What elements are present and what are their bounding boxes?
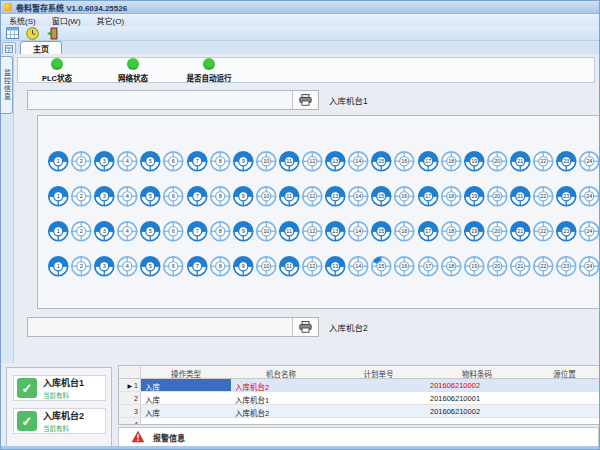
coil-slot[interactable]: 22	[532, 220, 555, 243]
coil-slot[interactable]: 5	[139, 220, 162, 243]
table-row[interactable]: 4	[119, 418, 600, 425]
coil-slot[interactable]: 15	[370, 150, 393, 173]
clock-icon[interactable]	[24, 27, 40, 40]
coil-slot[interactable]: 15	[370, 220, 393, 243]
coil-slot[interactable]: 9	[232, 220, 255, 243]
coil-slot[interactable]: 11	[278, 255, 301, 278]
tab-home[interactable]: 主页	[20, 41, 62, 54]
calendar-icon[interactable]	[4, 27, 20, 40]
coil-slot[interactable]: 11	[278, 220, 301, 243]
coil-slot[interactable]: 6	[162, 185, 185, 208]
coil-slot[interactable]: 5	[139, 150, 162, 173]
coil-slot[interactable]: 21	[509, 185, 532, 208]
coil-slot[interactable]: 12	[301, 220, 324, 243]
coil-slot[interactable]: 22	[532, 185, 555, 208]
coil-slot[interactable]: 18	[440, 255, 463, 278]
coil-slot[interactable]: 24	[578, 255, 600, 278]
coil-slot[interactable]: 20	[486, 150, 509, 173]
coil-slot[interactable]: 13	[324, 150, 347, 173]
machine-status-card[interactable]: ✓ 入库机台1 当前有料	[13, 375, 106, 401]
coil-slot[interactable]: 8	[209, 150, 232, 173]
coil-slot[interactable]: 15	[370, 255, 393, 278]
coil-slot[interactable]: 24	[578, 185, 600, 208]
menu-system[interactable]: 系统(S)	[1, 15, 44, 26]
coil-slot[interactable]: 5	[139, 255, 162, 278]
coil-slot[interactable]: 10	[255, 185, 278, 208]
coil-slot[interactable]: 18	[440, 220, 463, 243]
side-tab-monitor[interactable]: 监控信息	[1, 56, 13, 114]
coil-slot[interactable]: 9	[232, 185, 255, 208]
coil-slot[interactable]: 18	[440, 150, 463, 173]
column-header[interactable]: 计划单号	[331, 366, 426, 378]
coil-slot[interactable]: 7	[186, 255, 209, 278]
coil-slot[interactable]: 3	[93, 220, 116, 243]
coil-slot[interactable]: 14	[347, 150, 370, 173]
coil-slot[interactable]: 23	[555, 220, 578, 243]
table-row[interactable]: 3入库入库机台2201606210002	[119, 405, 600, 418]
printer-icon[interactable]	[292, 91, 318, 109]
coil-slot[interactable]: 10	[255, 255, 278, 278]
column-header[interactable]: 机台名称	[231, 366, 331, 378]
coil-slot[interactable]: 20	[486, 255, 509, 278]
coil-slot[interactable]: 10	[255, 220, 278, 243]
coil-slot[interactable]: 12	[301, 255, 324, 278]
coil-slot[interactable]: 18	[440, 185, 463, 208]
exit-icon[interactable]	[44, 27, 60, 40]
coil-slot[interactable]: 16	[393, 150, 416, 173]
column-header[interactable]: 源位置	[528, 366, 600, 378]
coil-slot[interactable]: 10	[255, 150, 278, 173]
coil-slot[interactable]: 16	[393, 255, 416, 278]
coil-slot[interactable]: 16	[393, 220, 416, 243]
coil-slot[interactable]: 8	[209, 185, 232, 208]
table-row[interactable]: 2入库入库机台1201606210001	[119, 392, 600, 405]
autohide-panel-tab[interactable]	[2, 42, 16, 54]
coil-slot[interactable]: 22	[532, 150, 555, 173]
coil-slot[interactable]: 6	[162, 220, 185, 243]
coil-slot[interactable]: 19	[463, 185, 486, 208]
coil-slot[interactable]: 19	[463, 255, 486, 278]
column-header[interactable]: 操作类型	[141, 366, 231, 378]
coil-slot[interactable]: 7	[186, 185, 209, 208]
coil-slot[interactable]: 1	[47, 255, 70, 278]
coil-slot[interactable]: 4	[116, 220, 139, 243]
coil-slot[interactable]: 17	[417, 220, 440, 243]
coil-slot[interactable]: 4	[116, 255, 139, 278]
coil-slot[interactable]: 2	[70, 220, 93, 243]
coil-slot[interactable]: 20	[486, 185, 509, 208]
coil-slot[interactable]: 12	[301, 185, 324, 208]
coil-slot[interactable]: 24	[578, 150, 600, 173]
coil-slot[interactable]: 23	[555, 255, 578, 278]
coil-slot[interactable]: 1	[47, 185, 70, 208]
coil-slot[interactable]: 1	[47, 150, 70, 173]
coil-slot[interactable]: 13	[324, 185, 347, 208]
coil-slot[interactable]: 11	[278, 185, 301, 208]
coil-slot[interactable]: 2	[70, 185, 93, 208]
coil-slot[interactable]: 24	[578, 220, 600, 243]
column-header[interactable]: 物料条码	[426, 366, 528, 378]
coil-slot[interactable]: 23	[555, 185, 578, 208]
coil-slot[interactable]: 7	[186, 220, 209, 243]
coil-slot[interactable]: 21	[509, 220, 532, 243]
table-row[interactable]: ▶1入库入库机台2201606210002	[119, 379, 600, 392]
printer-icon[interactable]	[292, 318, 318, 336]
coil-slot[interactable]: 1	[47, 220, 70, 243]
coil-slot[interactable]: 13	[324, 255, 347, 278]
coil-slot[interactable]: 12	[301, 150, 324, 173]
coil-slot[interactable]: 8	[209, 220, 232, 243]
coil-slot[interactable]: 3	[93, 255, 116, 278]
coil-slot[interactable]: 4	[116, 185, 139, 208]
menu-window[interactable]: 窗口(W)	[44, 15, 89, 26]
coil-slot[interactable]: 6	[162, 255, 185, 278]
coil-slot[interactable]: 2	[70, 255, 93, 278]
coil-slot[interactable]: 2	[70, 150, 93, 173]
coil-slot[interactable]: 14	[347, 185, 370, 208]
coil-slot[interactable]: 13	[324, 220, 347, 243]
coil-slot[interactable]: 3	[93, 185, 116, 208]
coil-slot[interactable]: 17	[417, 255, 440, 278]
coil-slot[interactable]: 6	[162, 150, 185, 173]
coil-slot[interactable]: 7	[186, 150, 209, 173]
coil-slot[interactable]: 19	[463, 150, 486, 173]
coil-slot[interactable]: 9	[232, 150, 255, 173]
coil-slot[interactable]: 17	[417, 185, 440, 208]
coil-slot[interactable]: 17	[417, 150, 440, 173]
